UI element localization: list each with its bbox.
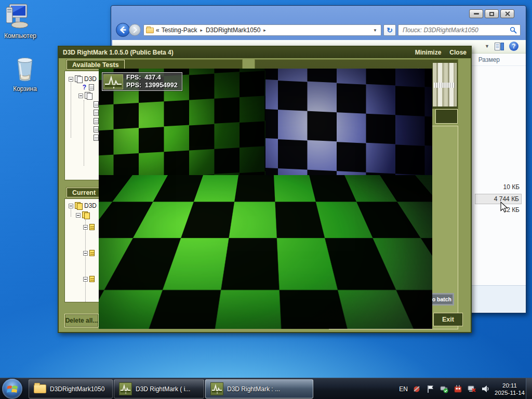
- rightmark-title: D3D RightMark 1.0.5.0 (Public Beta 4): [63, 49, 174, 56]
- action-center-flag-icon[interactable]: [426, 384, 435, 393]
- search-input[interactable]: [402, 26, 510, 34]
- file-size-selected[interactable]: 4 744 КБ: [475, 194, 522, 204]
- result-doc-icon: [89, 224, 95, 230]
- rightmark-waveform-icon: [103, 74, 123, 89]
- collapse-icon[interactable]: [83, 251, 88, 256]
- breadcrumb-d3drightmark1050[interactable]: D3DRightMark1050: [206, 26, 260, 34]
- windows-logo-icon: [7, 384, 18, 394]
- tree-item[interactable]: [94, 101, 99, 108]
- app-tray-icon[interactable]: [413, 384, 421, 393]
- result-doc-icon: [89, 250, 95, 256]
- tree-item[interactable]: [78, 92, 92, 99]
- breadcrumb-testing-pack[interactable]: Testing-Pack: [162, 26, 197, 34]
- tree-item[interactable]: [83, 224, 95, 230]
- tree-item[interactable]: [76, 211, 90, 219]
- desktop-icon-label: Корзина: [7, 85, 43, 92]
- address-bar[interactable]: « Testing-Pack ▸ D3DRightMark1050 ▸ ▼: [143, 24, 381, 36]
- rightmark-minimize-button[interactable]: Minimize: [415, 49, 442, 56]
- refresh-button[interactable]: ↻: [383, 24, 396, 36]
- search-box[interactable]: [398, 24, 521, 36]
- collapse-icon[interactable]: [78, 94, 83, 98]
- tree-item[interactable]: [94, 118, 99, 124]
- folder-icon: [146, 28, 154, 33]
- test-group-icon: [85, 92, 92, 99]
- close-button[interactable]: [500, 9, 514, 18]
- address-dropdown-icon[interactable]: ▼: [371, 28, 379, 33]
- language-indicator[interactable]: EN: [399, 385, 408, 393]
- test-group-icon: [75, 75, 83, 83]
- taskbar-button-label: D3D RightMark ( i...: [136, 385, 190, 393]
- tree-item[interactable]: [94, 126, 99, 132]
- device-tray-icon[interactable]: [454, 384, 462, 393]
- result-group-icon: [75, 202, 83, 209]
- current-header: Current: [66, 188, 101, 197]
- help-icon[interactable]: ?: [509, 42, 518, 51]
- views-icon[interactable]: [495, 43, 504, 50]
- collapse-icon[interactable]: [83, 277, 88, 282]
- collapse-icon[interactable]: [83, 225, 88, 230]
- collapse-icon[interactable]: [76, 213, 81, 218]
- network-disconnected-icon[interactable]: [467, 384, 476, 393]
- render-viewport[interactable]: FPS: 437.4 PPS: 139954992: [99, 69, 432, 329]
- mouse-cursor: [500, 202, 508, 213]
- rightmark-titlebar[interactable]: D3D RightMark 1.0.5.0 (Public Beta 4) Mi…: [59, 47, 471, 58]
- fps-overlay: FPS: 437.4 PPS: 139954992: [102, 72, 182, 91]
- test-doc-icon: [89, 84, 94, 90]
- taskbar-button-rightmark-2[interactable]: D3D RightMark : ...: [205, 379, 313, 398]
- computer-icon: [6, 3, 34, 29]
- taskbar-button-rightmark-1[interactable]: D3D RightMark ( i...: [114, 379, 204, 398]
- clock-date: 2025-11-14: [495, 389, 525, 396]
- minimize-icon: [474, 13, 479, 15]
- file-size: 10 КБ: [503, 183, 520, 191]
- file-size: 2 КБ: [507, 206, 520, 214]
- taskbar: D3DRightMark1050 D3D RightMark ( i... D3…: [0, 378, 532, 399]
- desktop: Компьютер Корзина: [0, 0, 532, 399]
- tree-item[interactable]: ?: [82, 84, 94, 91]
- result-doc-icon: [89, 276, 95, 282]
- taskbar-button-label: D3DRightMark1050: [50, 385, 104, 393]
- taskbar-button-label: D3D RightMark : ...: [227, 385, 280, 393]
- delete-all-button[interactable]: Delete all...: [64, 314, 99, 327]
- forward-button[interactable]: [129, 24, 141, 36]
- tree-item[interactable]: [83, 276, 95, 282]
- test-doc-icon: [94, 110, 99, 116]
- tree-item[interactable]: D3D: [69, 202, 97, 209]
- minimize-button[interactable]: [469, 9, 483, 18]
- tree-item[interactable]: D3D: [69, 75, 97, 83]
- fps-value: FPS: 437.4: [126, 74, 178, 82]
- test-doc-icon: [94, 135, 99, 141]
- safely-remove-hardware-icon[interactable]: [440, 384, 449, 393]
- tree-item[interactable]: [94, 135, 99, 141]
- show-desktop-button[interactable]: [526, 378, 532, 399]
- right-section-header: [435, 109, 458, 124]
- collapse-icon[interactable]: [69, 204, 73, 208]
- tray-clock[interactable]: 20:11 2025-11-14: [495, 382, 525, 396]
- taskbar-button-folder[interactable]: D3DRightMark1050: [29, 379, 113, 398]
- desktop-icon-computer[interactable]: Компьютер: [2, 3, 38, 39]
- size-column-header[interactable]: Размер: [478, 56, 500, 63]
- explorer-caption-buttons: [469, 9, 514, 18]
- desktop-icon-label: Компьютер: [2, 32, 38, 39]
- volume-icon[interactable]: [481, 384, 490, 393]
- tree-item[interactable]: [94, 110, 99, 116]
- crumb-arrow-icon[interactable]: ▸: [199, 28, 204, 33]
- chevron-down-icon[interactable]: ▼: [485, 44, 489, 49]
- tree-item[interactable]: [83, 250, 95, 256]
- search-icon[interactable]: [510, 26, 517, 34]
- clock-time: 20:11: [495, 382, 525, 389]
- maximize-button[interactable]: [485, 9, 499, 18]
- folder-icon: [34, 384, 46, 393]
- collapse-icon[interactable]: [69, 77, 73, 82]
- crumb-arrow-icon[interactable]: ▸: [262, 28, 267, 33]
- start-button[interactable]: [2, 379, 22, 399]
- maximize-icon: [489, 12, 494, 16]
- forward-arrow-icon: [131, 26, 138, 33]
- exit-button[interactable]: Exit: [433, 313, 463, 326]
- close-icon: [504, 11, 510, 17]
- back-button[interactable]: [116, 23, 130, 37]
- system-tray: EN 20:11: [399, 378, 525, 399]
- tree-item-label: D3D: [84, 75, 97, 83]
- desktop-icon-recycle-bin[interactable]: Корзина: [7, 56, 43, 92]
- rightmark-close-button[interactable]: Close: [449, 49, 467, 56]
- tree-item-label: D3D: [84, 202, 97, 209]
